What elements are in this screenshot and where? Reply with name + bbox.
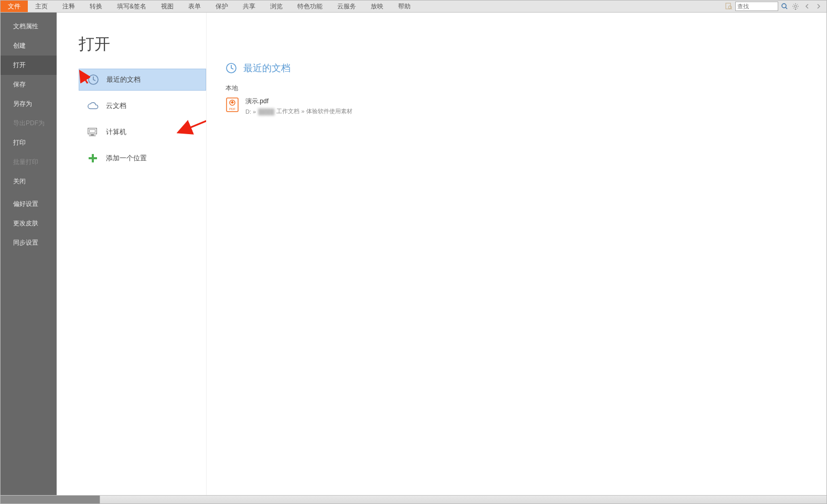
plus-icon (87, 152, 99, 164)
computer-icon (87, 126, 99, 138)
source-list: 最近的文档 云文档 计算机 (57, 67, 206, 171)
search-icon[interactable] (780, 2, 789, 10)
svg-text:PDF: PDF (229, 107, 235, 111)
sidebar-skin[interactable]: 更改皮肤 (1, 214, 57, 233)
menu-file[interactable]: 文件 (1, 1, 28, 12)
file-name: 演示.pdf (245, 97, 352, 106)
menu-play[interactable]: 放映 (363, 1, 391, 12)
zoom-page-icon[interactable] (725, 2, 733, 10)
clock-icon (225, 62, 237, 74)
pdf-file-icon: PDF (225, 97, 239, 113)
svg-point-3 (782, 4, 786, 8)
svg-line-2 (731, 8, 732, 9)
svg-rect-19 (89, 135, 96, 136)
svg-line-11 (797, 8, 798, 8)
cloud-icon (87, 100, 99, 112)
statusbar-left (1, 496, 100, 503)
recent-file-row[interactable]: PDF 演示.pdf D: » ████ 工作文档 » 体验软件使用素材 (225, 97, 826, 115)
svg-rect-21 (89, 157, 97, 159)
search-input[interactable] (737, 3, 770, 9)
open-title: 打开 (57, 34, 206, 67)
sidebar-create[interactable]: 创建 (1, 36, 57, 56)
menubar: 文件 主页 注释 转换 填写&签名 视图 表单 保护 共享 浏览 特色功能 云服… (1, 1, 826, 13)
recent-header: 最近的文档 (225, 62, 826, 74)
file-path-suffix: 工作文档 » 体验软件使用素材 (276, 107, 352, 115)
source-label: 最近的文档 (106, 75, 141, 84)
file-path-redacted: ████ (258, 108, 274, 115)
file-path-prefix: D: » (245, 108, 256, 115)
svg-line-13 (793, 8, 794, 8)
menu-protect[interactable]: 保护 (208, 1, 235, 12)
source-label: 云文档 (106, 101, 126, 111)
open-panel: 打开 最近的文档 云文档 (57, 13, 206, 495)
svg-line-4 (786, 7, 787, 9)
sidebar-close[interactable]: 关闭 (1, 172, 57, 191)
svg-rect-18 (91, 135, 94, 136)
sidebar-properties[interactable]: 文档属性 (1, 17, 57, 36)
sidebar-sync[interactable]: 同步设置 (1, 233, 57, 253)
recent-header-label: 最近的文档 (243, 62, 291, 74)
nav-next-icon[interactable] (814, 2, 823, 11)
clock-icon (88, 74, 99, 85)
svg-line-10 (793, 4, 794, 5)
sidebar-open[interactable]: 打开 (1, 56, 57, 75)
source-recent[interactable]: 最近的文档 (79, 69, 206, 91)
sidebar-print[interactable]: 打印 (1, 133, 57, 152)
nav-prev-icon[interactable] (802, 2, 812, 11)
menubar-right (725, 1, 826, 12)
sidebar-save[interactable]: 保存 (1, 75, 57, 94)
sidebar-saveas[interactable]: 另存为 (1, 94, 57, 114)
svg-point-5 (794, 5, 797, 7)
sidebar-exportpdf[interactable]: 导出PDF为 (1, 114, 57, 133)
source-add-location[interactable]: 添加一个位置 (79, 147, 204, 169)
sidebar-preferences[interactable]: 偏好设置 (1, 194, 57, 214)
menu-home[interactable]: 主页 (28, 1, 55, 12)
menu-cloud[interactable]: 云服务 (330, 1, 363, 12)
menu-feature[interactable]: 特色功能 (290, 1, 330, 12)
search-box[interactable] (735, 2, 778, 11)
source-label: 添加一个位置 (106, 154, 147, 163)
file-path: D: » ████ 工作文档 » 体验软件使用素材 (245, 107, 352, 115)
file-meta: 演示.pdf D: » ████ 工作文档 » 体验软件使用素材 (245, 97, 352, 115)
menu-annotate[interactable]: 注释 (55, 1, 82, 12)
menu-share[interactable]: 共享 (235, 1, 263, 12)
section-local-label: 本地 (225, 84, 826, 93)
sidebar-batchprint[interactable]: 批量打印 (1, 152, 57, 172)
app-root: 文件 主页 注释 转换 填写&签名 视图 表单 保护 共享 浏览 特色功能 云服… (0, 0, 827, 504)
svg-marker-14 (794, 9, 797, 10)
menubar-tabs: 文件 主页 注释 转换 填写&签名 视图 表单 保护 共享 浏览 特色功能 云服… (1, 1, 725, 12)
menu-help[interactable]: 帮助 (391, 1, 418, 12)
statusbar (1, 495, 826, 503)
svg-line-12 (797, 4, 798, 5)
file-sidebar: 文档属性 创建 打开 保存 另存为 导出PDF为 打印 批量打印 关闭 偏好设置… (1, 13, 57, 495)
source-computer[interactable]: 计算机 (79, 121, 204, 143)
gear-icon[interactable] (791, 2, 800, 11)
menu-fillsign[interactable]: 填写&签名 (110, 1, 154, 12)
menu-browse[interactable]: 浏览 (263, 1, 290, 12)
menu-view[interactable]: 视图 (154, 1, 181, 12)
content: 文档属性 创建 打开 保存 另存为 导出PDF为 打印 批量打印 关闭 偏好设置… (1, 13, 826, 495)
svg-rect-17 (90, 129, 95, 133)
menu-form[interactable]: 表单 (181, 1, 208, 12)
source-cloud[interactable]: 云文档 (79, 95, 204, 117)
recent-pane: 最近的文档 本地 PDF 演示.pdf D: » ████ 工作文档 » 体验软… (206, 13, 826, 495)
menu-convert[interactable]: 转换 (82, 1, 110, 12)
source-label: 计算机 (106, 127, 126, 137)
